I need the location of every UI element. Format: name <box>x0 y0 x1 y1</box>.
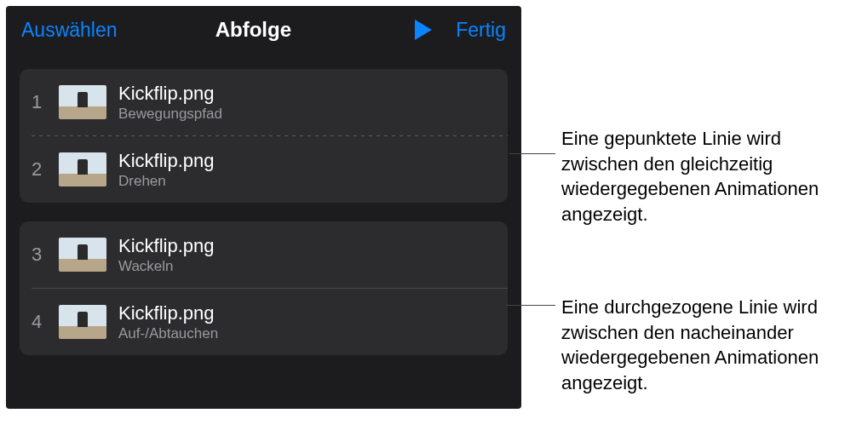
row-subtitle: Auf-/Abtauchen <box>118 325 218 342</box>
done-button[interactable]: Fertig <box>456 19 506 42</box>
thumbnail <box>59 305 106 339</box>
play-icon[interactable] <box>415 20 432 40</box>
row-number: 1 <box>32 91 59 113</box>
row-text: Kickflip.png Bewegungspfad <box>118 83 222 123</box>
row-subtitle: Drehen <box>118 173 215 190</box>
row-text: Kickflip.png Drehen <box>118 150 215 190</box>
callout-text: Eine gepunktete Linie wird zwischen den … <box>561 126 855 227</box>
thumbnail <box>59 238 106 272</box>
row-title: Kickflip.png <box>118 83 222 105</box>
row-number: 4 <box>32 311 59 333</box>
thumbnail <box>59 152 106 187</box>
callout-line <box>509 153 555 154</box>
callout-line <box>506 305 555 306</box>
row-subtitle: Wackeln <box>118 258 215 275</box>
animation-group: 1 Kickflip.png Bewegungspfad 2 Kickflip.… <box>20 69 508 203</box>
row-text: Kickflip.png Auf-/Abtauchen <box>118 302 218 342</box>
row-title: Kickflip.png <box>118 235 215 257</box>
list-item[interactable]: 3 Kickflip.png Wackeln <box>20 221 508 288</box>
select-button[interactable]: Auswählen <box>21 19 118 41</box>
row-number: 2 <box>32 158 59 181</box>
list-item[interactable]: 4 Kickflip.png Auf-/Abtauchen <box>20 289 508 355</box>
panel-title: Abfolge <box>216 18 291 41</box>
row-title: Kickflip.png <box>118 302 218 324</box>
row-text: Kickflip.png Wackeln <box>118 235 215 275</box>
list-item[interactable]: 1 Kickflip.png Bewegungspfad <box>20 69 508 135</box>
callout-text: Eine durchgezogene Linie wird zwischen d… <box>561 295 851 396</box>
row-subtitle: Bewegungspfad <box>118 106 222 123</box>
list-item[interactable]: 2 Kickflip.png Drehen <box>20 136 508 203</box>
build-order-panel: Auswählen Abfolge Fertig 1 Kickflip.png … <box>6 6 521 409</box>
panel-header: Auswählen Abfolge Fertig <box>6 6 521 50</box>
animation-group: 3 Kickflip.png Wackeln 4 Kickflip.png Au… <box>20 221 508 355</box>
animation-list: 1 Kickflip.png Bewegungspfad 2 Kickflip.… <box>6 50 521 355</box>
row-number: 3 <box>32 244 59 266</box>
row-title: Kickflip.png <box>118 150 215 172</box>
thumbnail <box>59 85 106 119</box>
